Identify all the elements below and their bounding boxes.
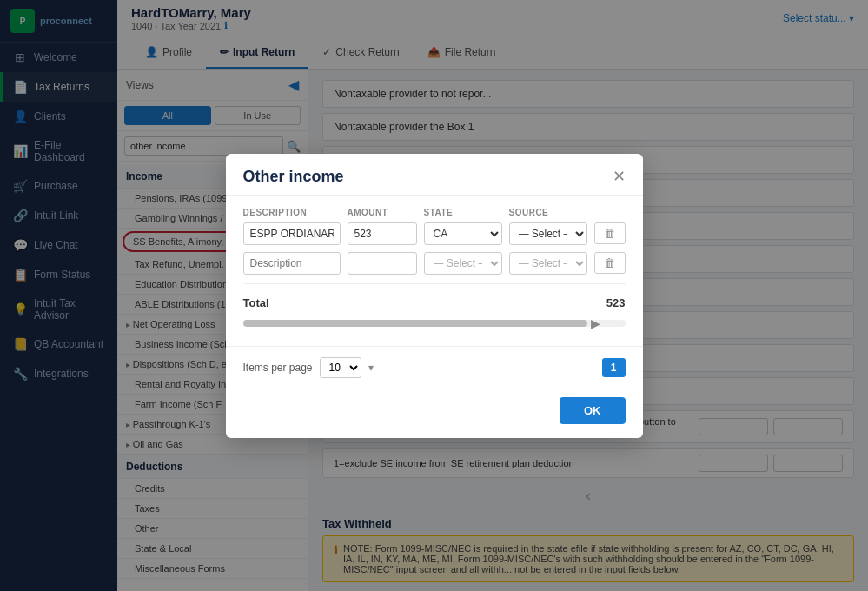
row2-description-input[interactable] — [243, 252, 341, 275]
other-income-modal: Other income ✕ DESCRIPTION AMOUNT STATE … — [226, 154, 643, 438]
modal-title: Other income — [243, 168, 344, 186]
row1-state-select[interactable]: CA NY TX — [424, 222, 502, 245]
row1-description-input[interactable] — [243, 222, 341, 245]
row1-delete-button[interactable]: 🗑 — [594, 222, 626, 244]
row1-source-select[interactable]: — Select — Federal State — [509, 222, 587, 245]
col-state-label: STATE — [424, 208, 502, 217]
scroll-right-icon[interactable]: ▶ — [591, 316, 600, 330]
modal-body: DESCRIPTION AMOUNT STATE SOURCE CA NY TX… — [226, 196, 643, 346]
row2-amount-input[interactable] — [348, 252, 417, 275]
row2-source-select[interactable]: — Select — Federal — [509, 252, 587, 275]
modal-footer: Items per page 10 25 50 ▾ 1 — [226, 346, 643, 388]
modal-close-button[interactable]: ✕ — [613, 169, 626, 184]
row2-state-select[interactable]: — Select — CA — [424, 252, 502, 275]
items-per-page-label: Items per page — [243, 362, 313, 374]
modal-row-1: CA NY TX — Select — Federal State 🗑 — [243, 222, 626, 245]
modal-scrollbar[interactable]: ▶ — [243, 320, 626, 327]
page-1-button[interactable]: 1 — [602, 358, 626, 377]
total-label: Total — [243, 296, 269, 309]
row2-delete-button[interactable]: 🗑 — [594, 252, 626, 274]
modal-row-2: — Select — CA — Select — Federal 🗑 — [243, 252, 626, 275]
items-per-page-select[interactable]: 10 25 50 — [320, 357, 361, 378]
modal-overlay[interactable]: Other income ✕ DESCRIPTION AMOUNT STATE … — [0, 0, 868, 591]
col-description-label: DESCRIPTION — [243, 208, 341, 217]
total-value: 523 — [606, 296, 626, 309]
modal-scrollbar-thumb — [243, 320, 587, 327]
col-amount-label: AMOUNT — [348, 208, 417, 217]
modal-header: Other income ✕ — [226, 154, 643, 196]
items-per-page: Items per page 10 25 50 ▾ — [243, 357, 374, 378]
modal-total-row: Total 523 — [243, 293, 626, 313]
row1-amount-input[interactable] — [348, 222, 417, 245]
modal-divider — [243, 283, 626, 284]
select-dropdown-icon: ▾ — [368, 362, 374, 374]
modal-table-header: DESCRIPTION AMOUNT STATE SOURCE — [243, 208, 626, 217]
modal-ok-row: OK — [226, 388, 643, 438]
col-action-label — [594, 208, 626, 217]
col-source-label: SOURCE — [509, 208, 587, 217]
ok-button[interactable]: OK — [560, 397, 626, 424]
